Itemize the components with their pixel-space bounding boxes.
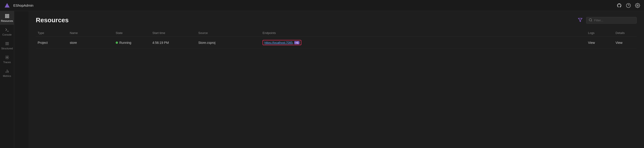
col-header-starttime: Start time	[150, 31, 196, 35]
search-box	[586, 17, 637, 24]
structured-icon	[4, 41, 10, 46]
col-header-endpoints: Endpoints	[261, 31, 586, 35]
endpoint-wrapper: https://localhost:7085, +1	[262, 40, 301, 45]
col-header-logs: Logs	[586, 31, 614, 35]
endpoint-link[interactable]: https://localhost:7085,	[264, 41, 293, 44]
status-dot-running	[116, 42, 118, 44]
page-header: Resources	[36, 16, 637, 24]
svg-point-16	[589, 18, 592, 21]
status-text: Running	[119, 41, 131, 44]
logs-view-link[interactable]: View	[588, 41, 595, 44]
svg-rect-3	[5, 14, 7, 16]
filter-button[interactable]	[577, 17, 584, 24]
svg-rect-4	[7, 14, 9, 16]
cell-endpoints: https://localhost:7085, +1	[261, 40, 586, 45]
sidebar-label-metrics: Metrics	[3, 74, 11, 77]
console-icon	[4, 27, 10, 32]
col-header-state: State	[114, 31, 150, 35]
page-title: Resources	[36, 16, 577, 24]
svg-rect-5	[5, 16, 7, 18]
svg-rect-6	[7, 16, 9, 18]
col-header-details: Details	[614, 31, 637, 35]
cell-name: store	[68, 41, 114, 44]
cell-starttime: 4:56:19 PM	[150, 41, 196, 44]
topbar-actions	[616, 3, 640, 8]
search-icon	[589, 18, 592, 22]
topbar: EShopAdmin	[0, 0, 644, 11]
sidebar-item-structured[interactable]: Structured	[0, 38, 14, 52]
header-actions	[577, 17, 637, 24]
svg-line-17	[591, 21, 592, 21]
sidebar: Resources Console Structured Traces	[0, 0, 14, 148]
col-header-name: Name	[68, 31, 114, 35]
cell-state: Running	[114, 41, 150, 44]
endpoint-extra-badge[interactable]: +1	[294, 41, 300, 44]
details-view-link[interactable]: View	[616, 41, 622, 44]
cell-source: Store.csproj	[196, 41, 261, 44]
app-title: EShopAdmin	[13, 4, 34, 7]
sidebar-item-traces[interactable]: Traces	[0, 52, 14, 66]
svg-point-11	[6, 57, 8, 58]
search-input[interactable]	[594, 18, 634, 22]
app-logo	[4, 2, 10, 9]
resources-icon	[4, 14, 10, 18]
sidebar-label-structured: Structured	[1, 47, 13, 50]
sidebar-item-metrics[interactable]: Metrics	[0, 66, 14, 80]
github-icon[interactable]	[616, 3, 622, 8]
svg-marker-0	[4, 3, 10, 7]
col-header-type: Type	[36, 31, 68, 35]
sidebar-label-console: Console	[2, 33, 12, 36]
cell-logs: View	[586, 41, 614, 44]
main-content: Resources	[28, 11, 644, 148]
help-icon[interactable]	[626, 3, 631, 8]
svg-point-2	[637, 5, 638, 6]
sidebar-item-console[interactable]: Console	[0, 25, 14, 38]
sidebar-item-resources[interactable]: Resources	[0, 11, 14, 25]
metrics-icon	[4, 68, 10, 74]
traces-icon	[4, 55, 10, 60]
sidebar-label-resources: Resources	[1, 20, 13, 22]
svg-marker-15	[578, 18, 582, 22]
cell-type: Project	[36, 41, 68, 44]
table-header: Type Name State Start time Source Endpoi…	[36, 29, 637, 37]
settings-icon[interactable]	[635, 3, 640, 8]
sidebar-label-traces: Traces	[3, 61, 11, 64]
table-row: Project store Running 4:56:19 PM Store.c…	[36, 37, 637, 49]
resources-table: Type Name State Start time Source Endpoi…	[36, 29, 637, 49]
cell-details: View	[614, 41, 637, 44]
col-header-source: Source	[196, 31, 261, 35]
